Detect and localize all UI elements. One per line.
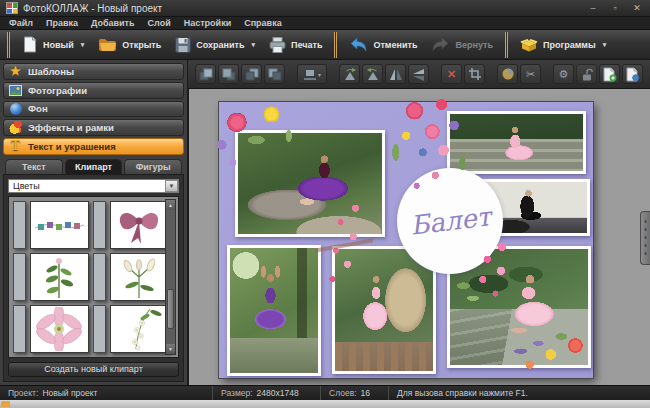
status-project-label: Проект: bbox=[8, 388, 38, 398]
clipart-cell-partial[interactable] bbox=[13, 201, 26, 249]
rotate-right-button[interactable] bbox=[362, 64, 383, 84]
rotate-left-icon bbox=[343, 68, 357, 81]
programs-caret-icon[interactable]: ▾ bbox=[603, 41, 607, 49]
flip-horizontal-button[interactable] bbox=[385, 64, 406, 84]
order-forward-icon bbox=[222, 68, 236, 81]
flower-clipart-circle-right[interactable] bbox=[441, 228, 521, 306]
menu-file[interactable]: Файл bbox=[9, 18, 33, 28]
mask-button[interactable] bbox=[497, 64, 518, 84]
delete-button[interactable]: ✕ bbox=[441, 64, 462, 84]
open-button[interactable]: Открыть bbox=[91, 35, 168, 54]
sidebar-item-effects[interactable]: Эффекты и рамки bbox=[3, 119, 184, 136]
tab-shapes[interactable]: Фигуры bbox=[124, 159, 182, 174]
menu-edit[interactable]: Правка bbox=[46, 18, 78, 28]
status-layers-value: 16 bbox=[361, 388, 370, 398]
collage-photo-ballerina-purple-pose[interactable] bbox=[227, 245, 321, 376]
align-button[interactable]: ▾ bbox=[297, 64, 327, 84]
chevron-down-icon[interactable]: ▼ bbox=[165, 180, 178, 192]
sidebar-item-photos[interactable]: Фотографии bbox=[3, 82, 184, 99]
clipart-category-select[interactable]: Цветы ▼ bbox=[8, 179, 179, 193]
flip-horizontal-icon bbox=[389, 68, 403, 81]
flower-clipart-bottom-right[interactable] bbox=[505, 322, 593, 378]
panel-grip[interactable]: ‹ ‹ ‹ ‹ ‹ bbox=[640, 211, 650, 265]
status-size-label: Размер: bbox=[221, 388, 253, 398]
page-settings-button[interactable] bbox=[622, 64, 643, 84]
tab-text[interactable]: Текст bbox=[5, 159, 63, 174]
scroll-up-icon[interactable]: ▲ bbox=[166, 200, 175, 210]
delete-icon: ✕ bbox=[447, 68, 456, 81]
scroll-down-icon[interactable]: ▼ bbox=[166, 344, 175, 354]
rotate-right-icon bbox=[366, 68, 380, 81]
canvas-toolbar: ▾ ✕ ✂ ⚙ bbox=[188, 60, 650, 89]
toolbar-separator bbox=[7, 32, 10, 58]
clipart-white-flower-branch[interactable] bbox=[110, 305, 169, 353]
printer-icon bbox=[269, 37, 286, 53]
order-back-button[interactable] bbox=[264, 64, 285, 84]
order-front-icon bbox=[199, 68, 213, 81]
clipart-lily-branch[interactable] bbox=[110, 253, 169, 301]
status-size-value: 2480x1748 bbox=[257, 388, 299, 398]
clipart-ribbon-bow[interactable] bbox=[110, 201, 169, 249]
menu-add[interactable]: Добавить bbox=[91, 18, 135, 28]
settings-button[interactable]: ⚙ bbox=[553, 64, 574, 84]
add-page-button[interactable] bbox=[599, 64, 620, 84]
app-window: ФотоКОЛЛАЖ - Новый проект – ▫ ✕ Файл Пра… bbox=[0, 0, 650, 408]
order-front-button[interactable] bbox=[195, 64, 216, 84]
redo-arrow-icon bbox=[431, 37, 450, 52]
page-settings-icon bbox=[625, 67, 640, 82]
flower-clipart-top-left[interactable] bbox=[211, 92, 319, 172]
clipart-cell-partial[interactable] bbox=[13, 253, 26, 301]
tab-clipart[interactable]: Клипарт bbox=[65, 159, 123, 174]
menu-layer[interactable]: Слой bbox=[148, 18, 171, 28]
create-clipart-button[interactable]: Создать новый клипарт bbox=[8, 362, 179, 377]
clipart-clematis-flower[interactable] bbox=[30, 305, 89, 353]
left-sidebar: ★ Шаблоны Фотографии Фон Эффекты и рамки… bbox=[0, 60, 188, 385]
sidebar-item-background[interactable]: Фон bbox=[3, 101, 184, 118]
maximize-button[interactable]: ▫ bbox=[608, 2, 622, 14]
flip-vertical-button[interactable] bbox=[408, 64, 429, 84]
scissors-icon: ✂ bbox=[526, 68, 535, 81]
cutout-button[interactable]: ✂ bbox=[520, 64, 541, 84]
new-caret-icon[interactable]: ▾ bbox=[81, 41, 85, 49]
align-icon bbox=[303, 68, 317, 81]
clipart-cell-partial[interactable] bbox=[13, 305, 26, 353]
close-button[interactable]: ✕ bbox=[630, 2, 644, 14]
lock-button[interactable] bbox=[576, 64, 597, 84]
align-caret-icon[interactable]: ▾ bbox=[318, 71, 321, 78]
undo-button[interactable]: Отменить bbox=[342, 35, 424, 54]
undo-arrow-icon bbox=[349, 37, 368, 52]
clipart-cell-partial[interactable] bbox=[93, 305, 106, 353]
menu-settings[interactable]: Настройки bbox=[184, 18, 231, 28]
collage-page[interactable]: Балет bbox=[219, 102, 593, 378]
menu-help[interactable]: Справка bbox=[244, 18, 281, 28]
save-button[interactable]: Сохранить ▾ bbox=[168, 35, 262, 55]
clipart-cell-partial[interactable] bbox=[93, 201, 106, 249]
canvas-workarea[interactable]: Балет ‹ ‹ ‹ ‹ ‹ bbox=[188, 89, 650, 385]
flower-clipart-top-center[interactable] bbox=[375, 90, 479, 194]
clipart-flower-garland[interactable] bbox=[30, 201, 89, 249]
flower-clipart-middle-left[interactable] bbox=[315, 200, 373, 292]
rotate-left-button[interactable] bbox=[339, 64, 360, 84]
order-backward-icon bbox=[245, 68, 259, 81]
order-backward-button[interactable] bbox=[241, 64, 262, 84]
clipart-green-plant[interactable] bbox=[30, 253, 89, 301]
redo-button[interactable]: Вернуть bbox=[424, 35, 500, 54]
status-layers-label: Слоев: bbox=[329, 388, 357, 398]
programs-button[interactable]: Программы ▾ bbox=[513, 35, 613, 54]
clipart-scrollbar[interactable]: ▲ ▼ bbox=[165, 199, 176, 355]
window-bottom-edge bbox=[0, 400, 650, 408]
gear-icon: ⚙ bbox=[559, 68, 569, 81]
order-forward-button[interactable] bbox=[218, 64, 239, 84]
minimize-button[interactable]: – bbox=[586, 2, 600, 14]
sidebar-item-templates[interactable]: ★ Шаблоны bbox=[3, 63, 184, 80]
new-project-button[interactable]: Новый ▾ bbox=[15, 34, 91, 55]
open-folder-icon bbox=[98, 37, 117, 52]
sidebar-tabs: Текст Клипарт Фигуры bbox=[3, 159, 184, 174]
sidebar-item-text-decor[interactable]: T Текст и украшения bbox=[3, 138, 184, 155]
scrollbar-thumb[interactable] bbox=[167, 289, 174, 329]
print-button[interactable]: Печать bbox=[262, 35, 329, 55]
clipart-cell-partial[interactable] bbox=[93, 253, 106, 301]
save-caret-icon[interactable]: ▾ bbox=[252, 41, 256, 49]
crop-button[interactable] bbox=[464, 64, 485, 84]
status-help-text: Для вызова справки нажмите F1. bbox=[397, 388, 528, 398]
